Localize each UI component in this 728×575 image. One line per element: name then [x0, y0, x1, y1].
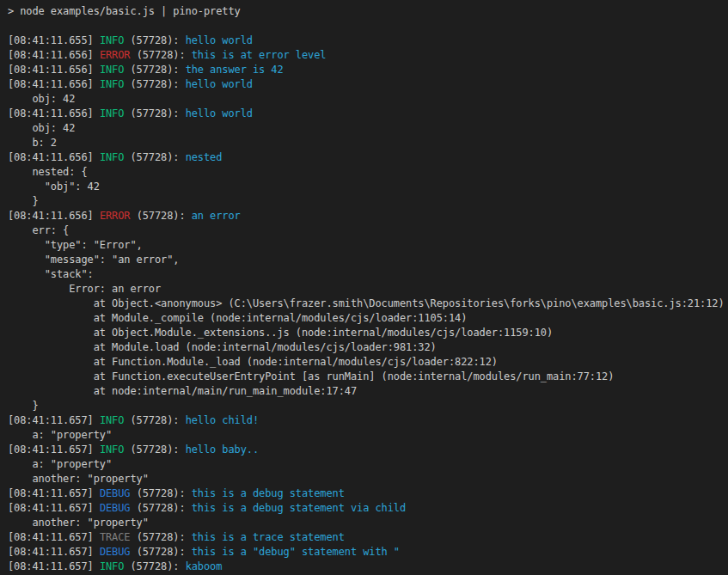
- log-pid: (57728):: [137, 502, 186, 514]
- terminal-line: [08:41:11.657] INFO (57728): hello baby.…: [8, 443, 728, 457]
- log-level: INFO: [100, 34, 125, 46]
- log-level: INFO: [100, 151, 125, 163]
- detail-text: at Function.executeUserEntryPoint [as ru…: [8, 370, 614, 382]
- detail-text: }: [8, 400, 39, 412]
- detail-text: b: 2: [8, 137, 57, 149]
- log-message: hello baby..: [186, 443, 260, 456]
- log-pid: (57728):: [137, 531, 186, 543]
- log-pid: (57728):: [131, 34, 180, 46]
- terminal-line: "stack":: [8, 267, 728, 282]
- detail-text: at Object.<anonymous> (C:\Users\frazer.s…: [8, 297, 725, 309]
- log-level: TRACE: [100, 531, 131, 543]
- terminal-line: a: "property": [8, 428, 728, 443]
- terminal-line: [08:41:11.655] INFO (57728): hello world: [8, 34, 728, 48]
- detail-text: Error: an error: [8, 283, 161, 295]
- detail-text: at Object.Module._extensions..js (node:i…: [8, 327, 553, 339]
- log-timestamp: [08:41:11.657]: [8, 502, 94, 514]
- log-pid: (57728):: [131, 107, 180, 119]
- log-message: an error: [192, 210, 241, 222]
- terminal-line: at Object.Module._extensions..js (node:i…: [8, 326, 728, 340]
- log-level: INFO: [100, 78, 125, 90]
- detail-text: another: "property": [8, 517, 149, 529]
- log-pid: (57728):: [131, 78, 180, 90]
- terminal-line: at Module.load (node:internal/modules/cj…: [8, 340, 728, 355]
- terminal-line: [08:41:11.656] INFO (57728): the answer …: [8, 63, 728, 77]
- log-message: this is a debug statement: [192, 487, 345, 499]
- terminal-line: [08:41:11.657] INFO (57728): kaboom: [8, 560, 728, 574]
- terminal-line: [08:41:11.656] INFO (57728): hello world: [8, 77, 728, 92]
- log-timestamp: [08:41:11.657]: [8, 443, 94, 456]
- terminal-line: [08:41:11.656] INFO (57728): nested: [8, 150, 728, 165]
- terminal-line: at Object.<anonymous> (C:\Users\frazer.s…: [8, 297, 728, 311]
- terminal-line: [08:41:11.657] INFO (57728): hello child…: [8, 413, 728, 428]
- log-pid: (57728):: [131, 443, 180, 456]
- log-message: this is a debug statement via child: [192, 502, 406, 514]
- log-pid: (57728):: [137, 546, 186, 558]
- log-message: this is a "debug" statement with ": [192, 546, 400, 558]
- terminal-line: [08:41:11.657] DEBUG (57728): this is a …: [8, 486, 728, 501]
- terminal-line: [08:41:11.657] DEBUG (57728): this is a …: [8, 545, 728, 560]
- log-message: hello world: [186, 78, 253, 90]
- log-timestamp: [08:41:11.657]: [8, 546, 94, 558]
- detail-text: err: {: [8, 224, 69, 236]
- terminal-line: obj: 42: [8, 92, 728, 107]
- detail-text: at node:internal/main/run_main_module:17…: [8, 385, 357, 397]
- terminal-line: [08:41:11.657] DEBUG (57728): this is a …: [8, 501, 728, 516]
- terminal-line: "obj": 42: [8, 180, 728, 194]
- log-level: INFO: [100, 443, 125, 456]
- detail-text: }: [8, 195, 39, 207]
- detail-text: nested: {: [8, 166, 88, 178]
- log-pid: (57728):: [137, 210, 186, 222]
- log-message: hello child!: [186, 414, 260, 426]
- terminal-line: "type": "Error",: [8, 238, 728, 253]
- terminal-line: }: [8, 399, 728, 413]
- terminal-line: at node:internal/main/run_main_module:17…: [8, 384, 728, 399]
- log-timestamp: [08:41:11.657]: [8, 531, 94, 543]
- log-message: this is a trace statement: [192, 531, 345, 543]
- detail-text: a: "property": [8, 458, 112, 470]
- terminal-line: obj: 42: [8, 121, 728, 136]
- terminal-line: nested: {: [8, 165, 728, 180]
- log-pid: (57728):: [131, 64, 180, 76]
- log-pid: (57728):: [131, 560, 180, 572]
- terminal-line: Error: an error: [8, 282, 728, 297]
- log-timestamp: [08:41:11.656]: [8, 151, 94, 163]
- log-message: this is at error level: [192, 49, 327, 61]
- log-level: INFO: [100, 64, 125, 76]
- terminal-line: "message": "an error",: [8, 253, 728, 267]
- log-timestamp: [08:41:11.656]: [8, 107, 94, 119]
- terminal-line: at Function.executeUserEntryPoint [as ru…: [8, 370, 728, 384]
- detail-text: a: "property": [8, 429, 112, 441]
- terminal-line: [08:41:11.656] ERROR (57728): an error: [8, 209, 728, 223]
- terminal-line: > node examples/basic.js | pino-pretty: [8, 4, 728, 19]
- detail-text: at Function.Module._load (node:internal/…: [8, 356, 498, 368]
- detail-text: another: "property": [8, 473, 149, 485]
- log-timestamp: [08:41:11.656]: [8, 78, 94, 90]
- detail-text: obj: 42: [8, 122, 75, 134]
- terminal-line: another: "property": [8, 472, 728, 486]
- terminal-line: [8, 19, 728, 34]
- log-pid: (57728):: [137, 49, 186, 61]
- terminal-line: b: 2: [8, 136, 728, 150]
- detail-text: "obj": 42: [8, 180, 100, 193]
- log-message: the answer is 42: [186, 64, 284, 76]
- log-pid: (57728):: [131, 151, 180, 163]
- terminal[interactable]: > node examples/basic.js | pino-pretty[0…: [0, 0, 728, 575]
- terminal-line: err: {: [8, 223, 728, 238]
- log-timestamp: [08:41:11.657]: [8, 414, 94, 426]
- command-text: > node examples/basic.js | pino-pretty: [8, 5, 241, 17]
- terminal-line: [08:41:11.656] ERROR (57728): this is at…: [8, 48, 728, 63]
- terminal-line: another: "property": [8, 516, 728, 530]
- log-level: DEBUG: [100, 502, 131, 514]
- log-level: DEBUG: [100, 546, 131, 558]
- log-timestamp: [08:41:11.657]: [8, 487, 94, 499]
- log-message: hello world: [186, 34, 253, 46]
- log-pid: (57728):: [131, 414, 180, 426]
- log-message: kaboom: [186, 560, 223, 572]
- log-level: INFO: [100, 414, 125, 426]
- detail-text: "type": "Error",: [8, 239, 143, 251]
- detail-text: obj: 42: [8, 93, 75, 105]
- log-pid: (57728):: [137, 487, 186, 499]
- terminal-output: > node examples/basic.js | pino-pretty[0…: [8, 4, 728, 574]
- log-timestamp: [08:41:11.655]: [8, 34, 94, 46]
